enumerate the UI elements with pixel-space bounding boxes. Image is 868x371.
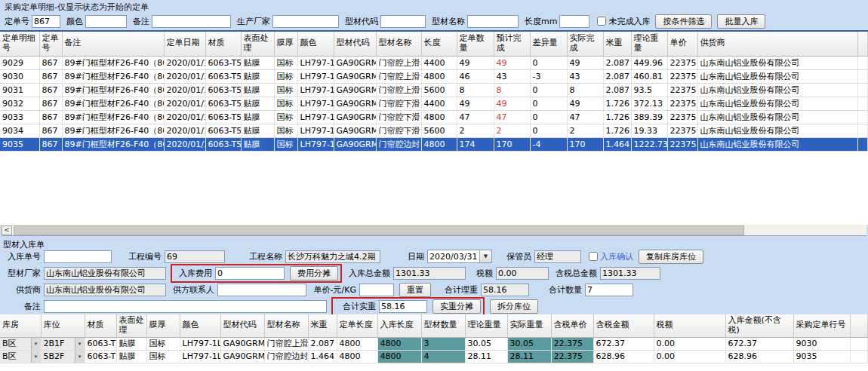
cell[interactable]: 2020/01/13 — [164, 124, 205, 137]
cell[interactable]: 28.11 — [465, 350, 507, 363]
cell[interactable]: GA90GRM04 — [334, 97, 376, 110]
chevron-down-icon[interactable]: ▾ — [75, 338, 85, 350]
cell[interactable]: LH797-1LL0 — [297, 83, 334, 97]
cell[interactable]: 山东南山铝业股份有限公司 — [697, 97, 857, 110]
scrollbar-thumb[interactable] — [14, 225, 744, 235]
cell[interactable]: 9033 — [0, 110, 39, 124]
cell[interactable]: 47 — [457, 110, 494, 124]
cell[interactable]: 22375 — [667, 83, 697, 97]
cell[interactable]: 贴膜 — [241, 110, 274, 124]
scroll-left-arrow-icon[interactable]: < — [2, 225, 12, 235]
cell[interactable]: 4800 — [421, 69, 457, 83]
cell[interactable]: 49 — [567, 56, 603, 69]
date-dropdown-icon[interactable]: ▼ — [479, 250, 491, 262]
cell[interactable]: 2.087 — [308, 337, 337, 350]
cell[interactable]: 6063-T5 — [205, 110, 241, 124]
cell[interactable]: 门帘腔下滑 — [376, 97, 421, 110]
cell[interactable]: 国标 — [146, 350, 180, 363]
cell[interactable]: 3 — [421, 337, 465, 350]
cell[interactable]: 门帘腔边封 — [264, 350, 308, 363]
chevron-down-icon[interactable]: ▾ — [31, 338, 41, 350]
cell[interactable]: 1.726 — [603, 110, 631, 124]
unit-price-input[interactable] — [359, 284, 394, 296]
cell[interactable]: 0 — [530, 83, 567, 97]
cell[interactable]: LH797-1LL0 — [297, 137, 334, 151]
total-theory-weight-input[interactable] — [481, 284, 529, 296]
cell[interactable]: 49 — [457, 97, 494, 110]
chevron-down-icon[interactable]: ▾ — [75, 351, 85, 363]
cell[interactable]: 8 — [494, 83, 530, 97]
cell[interactable]: 国标 — [146, 337, 180, 350]
cell[interactable]: 1.464 — [603, 137, 631, 151]
cell[interactable]: 门帘腔边封 — [376, 137, 421, 151]
cell-combo[interactable]: 5B2F▾ — [42, 351, 85, 363]
cell[interactable]: LH797-1LL0 — [297, 56, 334, 69]
cell[interactable]: 国标 — [274, 97, 297, 110]
cell[interactable]: 28.11 — [507, 350, 551, 363]
inbound-fee-input[interactable] — [215, 267, 285, 280]
cell[interactable]: 43 — [494, 69, 530, 83]
supplier-input[interactable] — [44, 284, 166, 296]
cell[interactable]: 2020/01/13 — [164, 69, 205, 83]
cell[interactable]: 6063-T5 — [205, 83, 241, 97]
total-qty-input[interactable] — [585, 284, 633, 296]
cell[interactable]: 门帘腔下滑 — [376, 124, 421, 137]
inbound-confirm-checkbox[interactable] — [589, 252, 598, 261]
cell[interactable]: 672.37 — [725, 337, 793, 350]
cell[interactable]: 49 — [457, 56, 494, 69]
cell[interactable]: GA90GRM03 — [334, 69, 376, 83]
cell[interactable]: 1222.73 — [631, 137, 667, 151]
inbound-no-input[interactable] — [44, 250, 112, 263]
cell[interactable]: 22375 — [667, 56, 697, 69]
cell[interactable]: GA90GRM05 — [334, 137, 376, 151]
cell[interactable]: 山东南山铝业股份有限公司 — [697, 124, 857, 137]
cell[interactable]: 0 — [530, 124, 567, 137]
cell[interactable]: 2.087 — [603, 83, 631, 97]
cell[interactable]: 93.5 — [631, 83, 667, 97]
cell[interactable]: 6063-T5 — [205, 97, 241, 110]
filter-input-manufacturer[interactable] — [272, 15, 339, 28]
date-input[interactable] — [428, 251, 479, 262]
cell[interactable]: 22.375 — [551, 350, 593, 363]
cell[interactable]: 372.13 — [631, 97, 667, 110]
cell[interactable]: 2020/01/13 — [164, 83, 205, 97]
cell[interactable]: 867 — [39, 124, 62, 137]
cell[interactable]: 门帘腔上滑 — [264, 337, 308, 350]
cell[interactable]: 89#门框型材F26-F40（866+867） — [62, 83, 164, 97]
cell[interactable]: 4800 — [337, 350, 377, 363]
cell[interactable]: -3 — [530, 69, 567, 83]
cell[interactable]: 贴膜 — [116, 350, 146, 363]
cell[interactable]: 0 — [530, 110, 567, 124]
cell[interactable]: 19.33 — [631, 124, 667, 137]
cell[interactable]: 0 — [530, 97, 567, 110]
cell[interactable]: 5600 — [421, 83, 457, 97]
cell[interactable]: 贴膜 — [241, 124, 274, 137]
cell[interactable]: 22375 — [667, 97, 697, 110]
cell[interactable]: 门帘腔上滑 — [376, 83, 421, 97]
cell[interactable]: 0.00 — [654, 337, 725, 350]
cell[interactable]: 867 — [39, 56, 62, 69]
order-table-row[interactable]: 903086789#门框型材F26-F40（866+867）2020/01/13… — [0, 69, 868, 83]
cell[interactable]: 门帘腔下滑 — [376, 110, 421, 124]
fee-apportion-button[interactable]: 费用分摊 — [290, 266, 338, 281]
cell[interactable]: 6063-T5 — [85, 337, 116, 350]
cell[interactable]: 贴膜 — [241, 83, 274, 97]
cell[interactable]: 贴膜 — [241, 137, 274, 151]
filter-input-color[interactable] — [85, 15, 127, 28]
cell[interactable]: 2 — [494, 124, 530, 137]
cell[interactable]: LH797-1LL0 — [297, 110, 334, 124]
cell[interactable]: 867 — [39, 83, 62, 97]
split-location-button[interactable]: 拆分库位 — [490, 299, 538, 314]
cell[interactable]: 49 — [567, 97, 603, 110]
filter-input-profile-code[interactable] — [380, 15, 426, 28]
cell[interactable]: 89#门框型材F26-F40（866+867） — [62, 97, 164, 110]
cell[interactable]: 0 — [530, 56, 567, 69]
filter-input-profile-name[interactable] — [467, 15, 519, 28]
cell[interactable]: 30.05 — [507, 337, 551, 350]
cell[interactable]: 4800 — [337, 337, 377, 350]
cell[interactable]: GA90GRM04 — [334, 124, 376, 137]
cell[interactable]: 9030 — [793, 337, 850, 350]
order-table-row[interactable]: 903186789#门框型材F26-F40（866+867）2020/01/13… — [0, 83, 868, 97]
cell[interactable]: 47 — [494, 110, 530, 124]
chevron-down-icon[interactable]: ▾ — [31, 351, 41, 363]
